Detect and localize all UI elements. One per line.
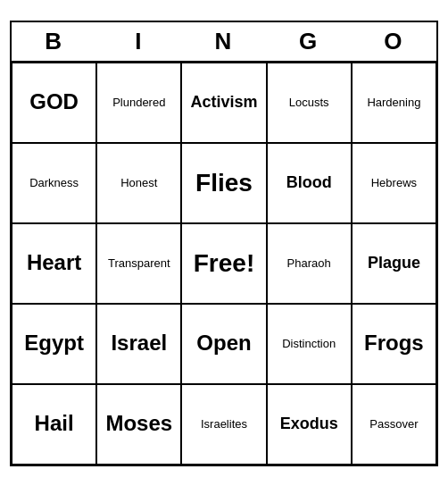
cell-r2-c3: Pharaoh bbox=[267, 223, 352, 304]
cell-r1-c4: Hebrews bbox=[352, 143, 436, 223]
header-letter-b: B bbox=[12, 22, 96, 61]
cell-r2-c2: Free! bbox=[181, 223, 266, 304]
cell-r2-c4: Plague bbox=[352, 223, 436, 304]
bingo-card: BINGO GODPlunderedActivismLocustsHardeni… bbox=[10, 21, 438, 466]
cell-r1-c1: Honest bbox=[96, 143, 181, 223]
cell-r0-c0: GOD bbox=[12, 63, 96, 143]
cell-r0-c1: Plundered bbox=[96, 63, 181, 143]
header-letter-o: O bbox=[352, 22, 436, 61]
header-letter-i: I bbox=[96, 22, 181, 61]
cell-r0-c2: Activism bbox=[181, 63, 266, 143]
cell-r3-c1: Israel bbox=[96, 304, 181, 384]
bingo-grid: GODPlunderedActivismLocustsHardeningDark… bbox=[12, 63, 436, 465]
cell-r3-c4: Frogs bbox=[352, 304, 436, 384]
cell-r4-c0: Hail bbox=[12, 384, 96, 465]
cell-r0-c4: Hardening bbox=[352, 63, 436, 143]
cell-r3-c3: Distinction bbox=[267, 304, 352, 384]
cell-r0-c3: Locusts bbox=[267, 63, 352, 143]
header-letter-n: N bbox=[181, 22, 266, 61]
cell-r1-c0: Darkness bbox=[12, 143, 96, 223]
cell-r3-c2: Open bbox=[181, 304, 266, 384]
cell-r2-c0: Heart bbox=[12, 223, 96, 304]
cell-r4-c1: Moses bbox=[96, 384, 181, 465]
header-letter-g: G bbox=[267, 22, 352, 61]
cell-r4-c4: Passover bbox=[352, 384, 436, 465]
cell-r1-c2: Flies bbox=[181, 143, 266, 223]
cell-r1-c3: Blood bbox=[267, 143, 352, 223]
cell-r3-c0: Egypt bbox=[12, 304, 96, 384]
cell-r2-c1: Transparent bbox=[96, 223, 181, 304]
cell-r4-c2: Israelites bbox=[181, 384, 266, 465]
cell-r4-c3: Exodus bbox=[267, 384, 352, 465]
bingo-header: BINGO bbox=[12, 22, 436, 63]
